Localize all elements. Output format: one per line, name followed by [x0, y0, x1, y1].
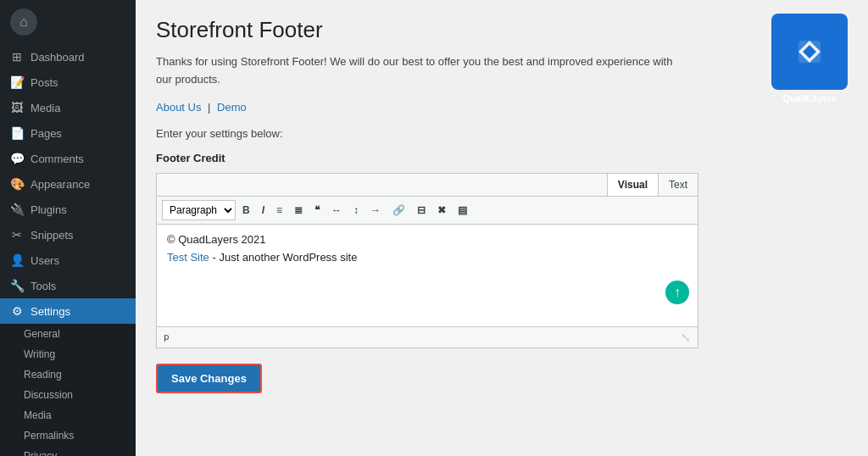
- settings-icon: ⚙: [10, 304, 24, 318]
- resize-handle[interactable]: ⤡: [681, 331, 691, 344]
- page-description: Thanks for using Storefront Footer! We w…: [156, 53, 682, 89]
- sidebar-item-plugins[interactable]: 🔌 Plugins: [0, 197, 136, 222]
- submenu-item-media[interactable]: Media: [0, 405, 136, 425]
- users-icon: 👤: [10, 253, 24, 267]
- quadlayers-logo-box: [771, 14, 848, 90]
- appearance-icon: 🎨: [10, 177, 24, 191]
- pages-icon: 📄: [10, 126, 24, 140]
- align-center-button[interactable]: ↕: [348, 202, 364, 219]
- align-right-button[interactable]: →: [365, 202, 386, 219]
- tab-text[interactable]: Text: [658, 174, 698, 196]
- sidebar-item-label: Settings: [31, 305, 70, 318]
- submenu-item-writing[interactable]: Writing: [0, 344, 136, 364]
- save-changes-button[interactable]: Save Changes: [156, 364, 262, 393]
- sidebar-logo: ⌂: [0, 0, 136, 44]
- sidebar-item-label: Snippets: [31, 229, 74, 242]
- teal-action-button[interactable]: ↑: [665, 281, 689, 304]
- plugins-icon: 🔌: [10, 203, 24, 216]
- sidebar-item-posts[interactable]: 📝 Posts: [0, 70, 136, 95]
- settings-submenu: General Writing Reading Discussion Media…: [0, 324, 136, 456]
- bold-button[interactable]: B: [237, 202, 255, 219]
- link-button[interactable]: 🔗: [387, 202, 410, 219]
- sidebar-item-appearance[interactable]: 🎨 Appearance: [0, 171, 136, 197]
- comments-icon: 💬: [10, 152, 24, 165]
- editor-toolbar: Paragraph B I ≡ ≣ ❝ ↔ ↕ → 🔗 ⊟ ✖ ▤: [157, 197, 698, 225]
- link-divider: |: [208, 101, 214, 114]
- site-link-line: Test Site - Just another WordPress site: [167, 251, 687, 264]
- wordpress-icon: ⌂: [10, 8, 37, 36]
- demo-link[interactable]: Demo: [217, 101, 247, 114]
- sidebar-item-pages[interactable]: 📄 Pages: [0, 120, 136, 146]
- sidebar-item-label: Comments: [31, 153, 84, 165]
- unlink-button[interactable]: ⊟: [412, 202, 431, 219]
- tab-visual[interactable]: Visual: [607, 174, 658, 196]
- submenu-item-general[interactable]: General: [0, 324, 136, 344]
- ordered-list-button[interactable]: ≣: [289, 202, 308, 219]
- tools-icon: 🔧: [10, 279, 24, 292]
- snippets-icon: ✂: [10, 228, 24, 242]
- sidebar-item-label: Plugins: [31, 203, 67, 216]
- links-row: About Us | Demo: [156, 101, 848, 114]
- posts-icon: 📝: [10, 75, 24, 89]
- sidebar-item-label: Users: [31, 254, 59, 267]
- about-us-link[interactable]: About Us: [156, 101, 201, 114]
- sidebar-item-label: Tools: [31, 280, 56, 292]
- fullscreen-button[interactable]: ✖: [432, 202, 451, 219]
- sidebar-item-label: Media: [31, 102, 60, 114]
- sidebar-item-label: Dashboard: [31, 51, 85, 64]
- sidebar-item-users[interactable]: 👤 Users: [0, 247, 136, 273]
- editor-tabs: Visual Text: [157, 174, 698, 197]
- align-left-button[interactable]: ↔: [326, 202, 347, 219]
- quadlayers-diamond-icon: [792, 34, 827, 70]
- editor-tag: p: [164, 331, 170, 342]
- italic-button[interactable]: I: [257, 202, 270, 219]
- editor-container: Visual Text Paragraph B I ≡ ≣ ❝ ↔ ↕ → 🔗 …: [156, 173, 698, 348]
- sidebar-item-snippets[interactable]: ✂ Snippets: [0, 222, 136, 247]
- sidebar-item-label: Appearance: [31, 178, 90, 191]
- submenu-item-privacy[interactable]: Privacy: [0, 446, 136, 456]
- unordered-list-button[interactable]: ≡: [271, 202, 287, 219]
- page-title: Storefront Footer: [156, 17, 848, 43]
- blockquote-button[interactable]: ❝: [309, 202, 325, 219]
- settings-prompt: Enter your settings below:: [156, 127, 848, 140]
- site-link[interactable]: Test Site: [167, 251, 209, 264]
- main-content: QuadLayers Storefront Footer Thanks for …: [136, 0, 868, 456]
- sidebar-item-comments[interactable]: 💬 Comments: [0, 146, 136, 171]
- sidebar-item-dashboard[interactable]: ⊞ Dashboard: [0, 44, 136, 70]
- media-icon: 🖼: [10, 101, 24, 114]
- submenu-item-discussion[interactable]: Discussion: [0, 385, 136, 405]
- sidebar-item-settings[interactable]: ⚙ Settings: [0, 298, 136, 324]
- quadlayers-logo: QuadLayers: [771, 14, 848, 103]
- quadlayers-logo-text: QuadLayers: [771, 93, 848, 103]
- editor-body[interactable]: © QuadLayers 2021 Test Site - Just anoth…: [157, 225, 698, 326]
- editor-footer: p ⤡: [157, 326, 698, 348]
- dashboard-icon: ⊞: [10, 50, 24, 64]
- sidebar-item-label: Pages: [31, 127, 62, 140]
- site-desc: - Just another WordPress site: [209, 251, 358, 264]
- paragraph-select[interactable]: Paragraph: [162, 200, 236, 220]
- sidebar-item-label: Posts: [31, 76, 58, 89]
- sidebar-item-tools[interactable]: 🔧 Tools: [0, 273, 136, 298]
- copyright-text: © QuadLayers 2021: [167, 233, 687, 246]
- sidebar: ⌂ ⊞ Dashboard 📝 Posts 🖼 Media 📄 Pages 💬 …: [0, 0, 136, 456]
- sidebar-item-media[interactable]: 🖼 Media: [0, 95, 136, 120]
- submenu-item-reading[interactable]: Reading: [0, 364, 136, 385]
- submenu-item-permalinks[interactable]: Permalinks: [0, 425, 136, 446]
- table-button[interactable]: ▤: [453, 202, 472, 219]
- footer-credit-label: Footer Credit: [156, 152, 848, 164]
